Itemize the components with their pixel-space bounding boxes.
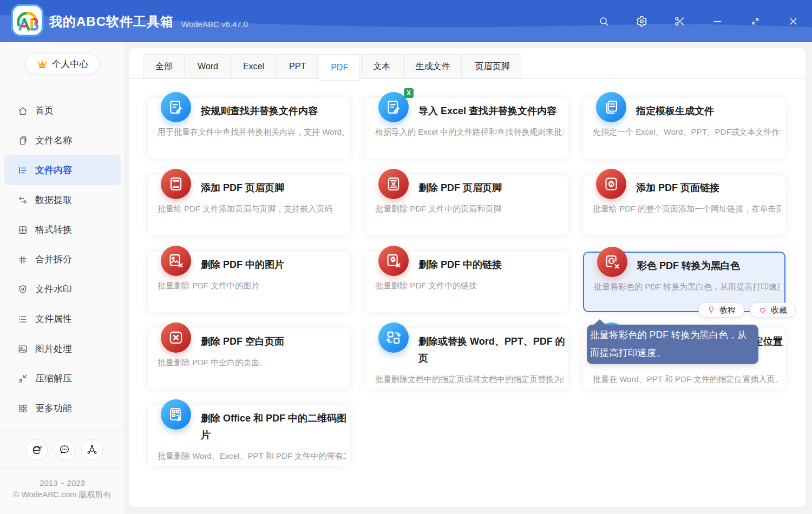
sidebar-item-merge-split[interactable]: 合并拆分 — [4, 245, 121, 274]
pdf-header-footer-icon — [161, 169, 191, 199]
tab-header-footer[interactable]: 页眉页脚 — [463, 54, 521, 79]
sidebar-item-compress[interactable]: 压缩解压 — [4, 364, 121, 393]
more-features-icon — [17, 403, 28, 414]
feature-card[interactable]: X导入 Excel 查找并替换文件内容根据导入的 Excel 中的文件路径和查找… — [365, 98, 568, 159]
sidebar-item-label: 首页 — [35, 104, 54, 117]
sidebar-item-image-process[interactable]: 图片处理 — [4, 334, 121, 364]
docs-stack-glyph — [603, 98, 620, 116]
settings-button[interactable] — [623, 0, 660, 42]
card-actions: 教程收藏 — [698, 302, 796, 318]
share-network-button[interactable] — [81, 439, 103, 460]
qr-clean-icon — [161, 399, 191, 430]
tab-label: 文本 — [373, 61, 390, 73]
tab-label: Excel — [243, 62, 264, 71]
scissors-icon — [674, 16, 685, 27]
search-button[interactable] — [585, 0, 623, 42]
tab-all[interactable]: 全部 — [143, 54, 185, 79]
file-name-icon — [17, 135, 28, 146]
pdf-image-delete-glyph — [167, 252, 185, 269]
pdf-header-footer-glyph — [167, 175, 185, 193]
sidebar-item-label: 更多功能 — [35, 402, 72, 414]
card-title: 导入 Excel 查找并替换文件内容 — [418, 98, 568, 120]
pdf-link-glyph — [603, 175, 620, 193]
copyright-years: 2013 ~ 2023 — [0, 477, 125, 489]
pdf-hf-delete-icon — [378, 169, 409, 199]
app-title: 我的ABC软件工具箱 — [49, 13, 174, 30]
sidebar-item-file-content[interactable]: 文件内容 — [4, 155, 121, 185]
feature-card[interactable]: 指定模板生成文件先指定一个 Excel、Word、PPT、PDF或文本文件作为模… — [583, 98, 785, 159]
card-desc: 批量给 PDF 文件添加页眉与页脚，支持嵌入页码 — [158, 204, 346, 214]
compress-icon — [17, 373, 28, 384]
tab-generate-file[interactable]: 生成文件 — [403, 54, 462, 79]
card-title: 删除 PDF 中的链接 — [418, 252, 568, 273]
window-controls — [585, 0, 812, 42]
maximize-button[interactable] — [736, 0, 774, 42]
profile-center-button[interactable]: 个人中心 — [25, 54, 100, 74]
sidebar-item-home[interactable]: 首页 — [4, 96, 121, 126]
card-title: 删除 Office 和 PDF 中的二维码图片 — [201, 405, 350, 444]
feature-card[interactable]: 添加 PDF 页面链接批量给 PDF 的整个页面添加一个网址链接，在单击页面时 — [583, 175, 785, 235]
tab-excel[interactable]: Excel — [231, 54, 276, 79]
card-title: 添加 PDF 页眉页脚 — [201, 175, 350, 196]
tooltip: 批量将彩色的 PDF 转换为黑白色，从而提高打印速度。 — [587, 325, 758, 364]
tab-text[interactable]: 文本 — [361, 54, 402, 79]
card-title: 指定模板生成文件 — [636, 98, 785, 120]
sidebar-item-watermark[interactable]: 文件水印 — [4, 274, 121, 304]
watermark-icon — [17, 284, 28, 295]
tutorial-button[interactable]: 教程 — [698, 302, 744, 318]
tab-word[interactable]: Word — [186, 54, 230, 79]
feature-card[interactable]: 删除 PDF 空白页面批量删除 PDF 中空白的页面。 — [148, 328, 350, 389]
page-swap-icon — [378, 322, 409, 353]
sidebar-item-data-extract[interactable]: 数据提取 — [4, 185, 121, 215]
titlebar: 我的ABC软件工具箱 WodeABC v6.47.0 — [0, 0, 812, 42]
minimize-button[interactable] — [698, 0, 736, 42]
ie-browser-icon — [31, 444, 43, 456]
chat-button[interactable] — [54, 439, 75, 460]
card-desc: 批量删除 PDF 文件中的页眉和页脚 — [375, 204, 564, 214]
sidebar-item-file-name[interactable]: 文件名称 — [4, 126, 121, 155]
feature-card[interactable]: 删除 PDF 中的链接批量删除 PDF 文件中的链接 — [365, 252, 568, 312]
tab-pdf[interactable]: PDF — [319, 54, 360, 81]
qr-clean-glyph — [167, 406, 185, 423]
tab-ppt[interactable]: PPT — [277, 54, 318, 79]
feature-card[interactable]: 添加 PDF 页眉页脚批量给 PDF 文件添加页眉与页脚，支持嵌入页码 — [148, 175, 350, 235]
page-swap-glyph — [385, 329, 402, 346]
sidebar-item-label: 数据提取 — [35, 194, 72, 206]
feature-card[interactable]: 删除 PDF 中的图片批量删除 PDF 文件中的图片 — [148, 252, 350, 312]
doc-edit-icon — [161, 92, 191, 122]
docs-stack-icon — [596, 92, 626, 122]
card-desc: 先指定一个 Excel、Word、PPT、PDF或文本文件作为模板 — [593, 127, 781, 137]
tooltip-text: 批量将彩色的 PDF 转换为黑白色，从而提高打印速度。 — [590, 330, 747, 358]
favorite-button[interactable]: 收藏 — [750, 302, 796, 318]
ie-browser-button[interactable] — [26, 439, 48, 460]
home-icon — [17, 106, 28, 116]
close-button[interactable] — [774, 0, 812, 42]
sidebar-item-format-convert[interactable]: 格式转换 — [4, 215, 121, 245]
search-icon — [598, 16, 610, 27]
feature-card[interactable]: 按规则查找并替换文件内容用于批量在文件中查找并替换相关内容，支持 Word、Ex… — [148, 98, 350, 159]
pdf-image-delete-icon — [161, 246, 191, 276]
sidebar-item-more-features[interactable]: 更多功能 — [4, 393, 121, 423]
card-title: 删除 PDF 页眉页脚 — [418, 175, 568, 196]
sidebar-item-label: 文件内容 — [35, 164, 72, 176]
feature-grid: 按规则查找并替换文件内容用于批量在文件中查找并替换相关内容，支持 Word、Ex… — [148, 98, 787, 466]
scissors-button[interactable] — [660, 0, 698, 42]
merge-split-icon — [17, 254, 28, 265]
pdf-link-icon — [596, 169, 626, 199]
category-tabs: 全部WordExcelPPTPDF文本生成文件页眉页脚 — [129, 54, 806, 79]
sidebar-item-file-props[interactable]: 文件属性 — [4, 304, 121, 334]
feature-card[interactable]: 删除或替换 Word、PPT、PDF 的页批量删除文档中的指定页或将文档中的指定… — [365, 328, 568, 389]
feature-card[interactable]: 删除 Office 和 PDF 中的二维码图片批量删除 Word、Excel、P… — [148, 405, 350, 466]
data-extract-icon — [17, 195, 28, 206]
tab-label: PDF — [331, 63, 348, 73]
settings-icon — [636, 16, 647, 27]
share-network-icon — [86, 444, 98, 456]
pdf-bw-icon — [597, 247, 627, 277]
card-desc: 批量删除 PDF 文件中的链接 — [375, 281, 564, 291]
card-desc: 根据导入的 Excel 中的文件路径和查找替换规则来批量处理文件 — [375, 127, 564, 137]
feature-card[interactable]: 删除 PDF 页眉页脚批量删除 PDF 文件中的页眉和页脚 — [365, 175, 568, 235]
feature-card[interactable]: 彩色 PDF 转换为黑白色批量将彩色的 PDF 转换为黑白色，从而提高打印速度教… — [583, 252, 785, 312]
sidebar-item-label: 合并拆分 — [35, 253, 72, 266]
tab-label: 生成文件 — [415, 61, 450, 73]
card-desc: 批量删除文档中的指定页或将文档中的指定页替换为新页 — [375, 374, 564, 385]
